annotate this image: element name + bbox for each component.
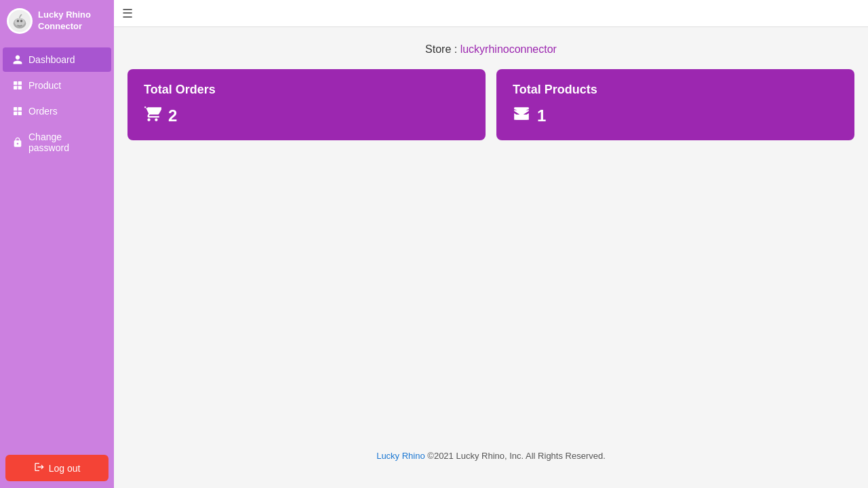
sidebar-item-dashboard[interactable]: Dashboard [3,47,111,72]
store-header: Store : luckyrhinoconnector [127,43,854,56]
total-products-card: Total Products 1 [496,69,854,140]
sidebar-item-orders[interactable]: Orders [3,99,111,123]
sidebar-item-change-password-label: Change password [28,131,102,153]
sidebar-item-orders-label: Orders [28,106,58,117]
orders-icon [12,106,23,117]
sidebar: Lucky Rhino Connector Dashboard Product … [0,0,114,488]
total-products-count: 1 [537,106,546,125]
svg-rect-11 [14,112,17,115]
logout-label: Log out [49,463,81,474]
svg-rect-6 [18,81,22,85]
logout-button[interactable]: Log out [5,455,108,481]
total-orders-count: 2 [168,106,177,125]
footer-brand-link[interactable]: Lucky Rhino [376,451,425,461]
product-icon [12,80,23,91]
lock-icon [12,137,23,148]
svg-rect-8 [18,86,22,89]
total-products-title: Total Products [513,83,838,97]
svg-point-2 [14,18,24,26]
svg-point-3 [17,20,19,22]
sidebar-item-product-label: Product [28,80,61,91]
sidebar-item-product[interactable]: Product [3,73,111,98]
hamburger-icon[interactable]: ☰ [122,6,133,21]
topbar: ☰ [114,0,868,27]
person-icon [12,54,23,65]
logo-avatar [7,8,33,34]
total-orders-value: 2 [144,105,469,127]
cart-icon [144,105,161,127]
store-name: luckyrhinoconnector [460,43,557,55]
svg-rect-13 [514,107,529,109]
svg-rect-10 [18,107,22,110]
content-area: Store : luckyrhinoconnector Total Orders… [114,27,868,488]
svg-rect-7 [14,86,17,89]
store-icon [513,105,530,127]
total-orders-card: Total Orders 2 [127,69,486,140]
logo-area: Lucky Rhino Connector [0,0,114,42]
nav-menu: Dashboard Product Orders Change password [0,42,114,448]
total-orders-title: Total Orders [144,83,469,97]
svg-point-4 [20,20,22,22]
svg-rect-12 [18,112,22,115]
svg-rect-5 [14,81,17,85]
total-products-value: 1 [513,105,838,127]
footer-copyright: ©2021 Lucky Rhino, Inc. All Rights Reser… [427,451,606,461]
store-label: Store : [425,43,460,55]
footer: Lucky Rhino ©2021 Lucky Rhino, Inc. All … [127,440,854,472]
sidebar-item-change-password[interactable]: Change password [3,125,111,160]
main-content: ☰ Store : luckyrhinoconnector Total Orde… [114,0,868,488]
svg-rect-9 [14,107,17,110]
app-title: Lucky Rhino Connector [38,9,91,33]
sidebar-item-dashboard-label: Dashboard [28,54,75,65]
logout-icon [34,462,45,474]
stats-cards: Total Orders 2 Total Products 1 [127,69,854,140]
